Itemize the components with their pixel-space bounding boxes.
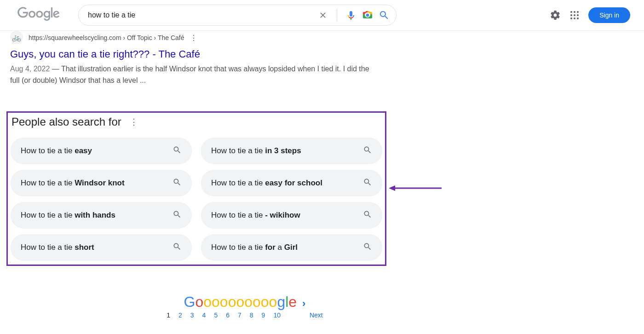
search-icon: [363, 178, 372, 189]
search-icon: [172, 210, 182, 221]
pasf-heading: People also search for ⋮: [11, 115, 382, 128]
svg-point-5: [574, 14, 575, 16]
pagination: Goooooooooogle › 12345678910Next: [102, 294, 387, 319]
page-link[interactable]: 2: [178, 311, 182, 319]
settings-icon[interactable]: [550, 10, 561, 21]
pasf-item[interactable]: How to tie a tie Windsor knot: [11, 170, 192, 196]
snippet-date: Aug 4, 2022: [10, 65, 50, 73]
page-link[interactable]: 6: [226, 311, 230, 319]
svg-point-6: [577, 14, 579, 16]
search-input[interactable]: [88, 11, 317, 19]
pasf-item-text: How to tie a tie easy for school: [211, 179, 322, 188]
pasf-item-text: How to tie a tie Windsor knot: [21, 179, 125, 188]
clear-icon[interactable]: [317, 10, 328, 21]
people-also-search-for-box: People also search for ⋮ How to tie a ti…: [6, 111, 386, 266]
search-icon: [363, 210, 372, 221]
pagination-logo: Goooooooooogle ›: [102, 294, 387, 311]
snippet-text: That illustration earlier is the half Wi…: [10, 65, 369, 84]
svg-point-7: [570, 17, 572, 19]
annotation-arrow: [389, 184, 444, 194]
next-link[interactable]: Next: [310, 311, 323, 319]
pasf-more-icon[interactable]: ⋮: [128, 117, 140, 127]
search-icon: [363, 145, 372, 156]
pasf-item[interactable]: How to tie a tie - wikihow: [201, 202, 382, 229]
pasf-item-text: How to tie a tie - wikihow: [211, 211, 300, 220]
pasf-item[interactable]: How to tie a tie short: [11, 234, 192, 261]
header: Sign in: [0, 0, 644, 31]
page-link[interactable]: 8: [250, 311, 253, 319]
signin-button[interactable]: Sign in: [588, 7, 630, 23]
page-link[interactable]: 3: [190, 311, 194, 319]
next-page-arrow-icon[interactable]: ›: [302, 298, 305, 310]
pasf-item-text: How to tie a tie easy: [21, 146, 92, 155]
apps-icon[interactable]: [569, 10, 580, 21]
result-more-icon[interactable]: ⋮: [188, 34, 199, 42]
page-link[interactable]: 9: [262, 311, 265, 319]
search-icon: [172, 178, 182, 189]
svg-point-0: [366, 14, 369, 17]
voice-search-icon[interactable]: [345, 10, 356, 21]
page-link[interactable]: 5: [214, 311, 218, 319]
pasf-item-text: How to tie a tie with hands: [21, 211, 115, 220]
pasf-item[interactable]: How to tie a tie easy for school: [201, 170, 382, 196]
svg-marker-11: [389, 185, 395, 191]
pasf-item[interactable]: How to tie a tie with hands: [11, 202, 192, 229]
svg-point-4: [570, 14, 572, 16]
pasf-item-text: How to tie a tie short: [21, 243, 94, 252]
search-icon: [172, 242, 182, 253]
search-icon[interactable]: [379, 10, 390, 21]
divider: [337, 9, 337, 22]
result-favicon: 🚲: [10, 31, 23, 44]
svg-point-8: [574, 17, 575, 19]
search-icon: [363, 242, 372, 253]
svg-point-1: [570, 11, 572, 13]
google-logo[interactable]: [17, 7, 60, 23]
page-link[interactable]: 10: [273, 311, 281, 319]
search-bar: [78, 5, 397, 26]
pasf-item[interactable]: How to tie a tie easy: [11, 138, 192, 164]
page-link[interactable]: 4: [202, 311, 206, 319]
pasf-item[interactable]: How to tie a tie in 3 steps: [201, 138, 382, 164]
result-breadcrumb[interactable]: https://squarewheelscycling.com › Off To…: [29, 34, 184, 41]
page-link[interactable]: 7: [238, 311, 242, 319]
page-current: 1: [167, 311, 170, 319]
search-result: 🚲 Square Wheels Cycling https://squarewh…: [10, 31, 377, 86]
pasf-item[interactable]: How to tie a tie for a Girl: [201, 234, 382, 261]
result-title-link[interactable]: Guys, you can tie a tie right??? - The C…: [10, 48, 377, 60]
result-snippet: Aug 4, 2022 — That illustration earlier …: [10, 63, 377, 86]
search-icon: [172, 145, 182, 156]
svg-point-3: [577, 11, 579, 13]
image-search-icon[interactable]: [362, 10, 373, 21]
pasf-item-text: How to tie a tie for a Girl: [211, 243, 298, 252]
results-content: 🚲 Square Wheels Cycling https://squarewh…: [0, 31, 377, 319]
svg-point-2: [574, 11, 575, 13]
svg-point-9: [577, 17, 579, 19]
pasf-heading-text: People also search for: [12, 115, 121, 128]
pasf-item-text: How to tie a tie in 3 steps: [211, 146, 301, 155]
